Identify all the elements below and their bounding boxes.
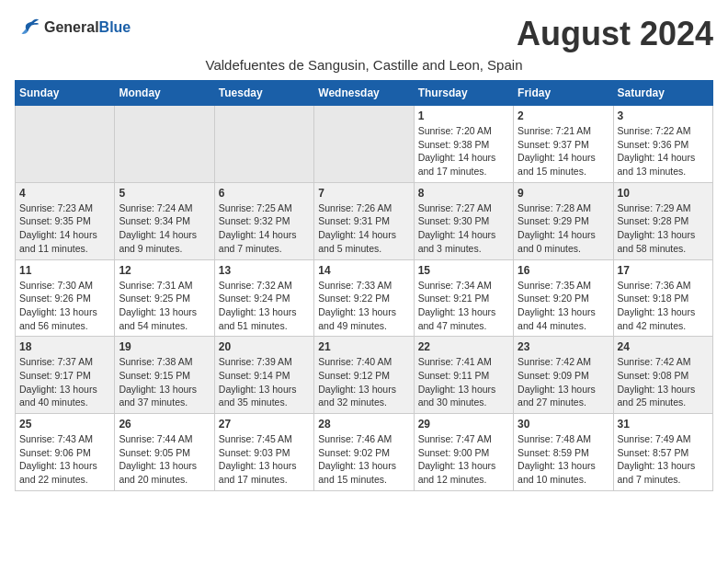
calendar-cell: 23Sunrise: 7:42 AMSunset: 9:09 PMDayligh… [514,337,613,414]
day-info: Sunrise: 7:22 AMSunset: 9:36 PMDaylight:… [618,124,709,178]
day-info: Sunrise: 7:42 AMSunset: 9:08 PMDaylight:… [618,355,709,409]
col-monday: Monday [115,81,214,106]
day-info: Sunrise: 7:21 AMSunset: 9:37 PMDaylight:… [518,124,609,178]
calendar-cell [214,106,313,183]
day-info: Sunrise: 7:37 AMSunset: 9:17 PMDaylight:… [19,355,110,409]
calendar-cell: 11Sunrise: 7:30 AMSunset: 9:26 PMDayligh… [16,259,115,337]
day-number: 19 [119,340,210,353]
calendar-cell: 29Sunrise: 7:47 AMSunset: 9:00 PMDayligh… [414,414,513,491]
day-info: Sunrise: 7:45 AMSunset: 9:03 PMDaylight:… [219,432,310,487]
day-number: 25 [19,418,110,431]
calendar-cell: 7Sunrise: 7:26 AMSunset: 9:31 PMDaylight… [314,182,414,259]
calendar-cell: 13Sunrise: 7:32 AMSunset: 9:24 PMDayligh… [214,259,313,337]
calendar-cell: 2Sunrise: 7:21 AMSunset: 9:37 PMDaylight… [514,106,613,183]
day-info: Sunrise: 7:23 AMSunset: 9:35 PMDaylight:… [19,201,110,256]
day-number: 11 [19,264,110,277]
col-wednesday: Wednesday [314,81,414,106]
calendar-cell: 16Sunrise: 7:35 AMSunset: 9:20 PMDayligh… [514,259,613,337]
day-number: 15 [418,264,509,277]
day-number: 6 [219,187,310,200]
page-container: GeneralBlue August 2024 Valdefuentes de … [15,15,713,491]
day-info: Sunrise: 7:42 AMSunset: 9:09 PMDaylight:… [518,355,609,409]
day-number: 24 [618,340,709,353]
calendar-cell: 10Sunrise: 7:29 AMSunset: 9:28 PMDayligh… [613,182,712,259]
calendar-cell: 3Sunrise: 7:22 AMSunset: 9:36 PMDaylight… [613,106,712,183]
day-number: 7 [318,187,409,200]
day-info: Sunrise: 7:29 AMSunset: 9:28 PMDaylight:… [618,201,709,256]
calendar-week-row: 4Sunrise: 7:23 AMSunset: 9:35 PMDaylight… [16,182,713,259]
day-number: 9 [518,187,609,200]
day-number: 17 [618,264,709,277]
day-number: 14 [318,264,409,277]
day-info: Sunrise: 7:46 AMSunset: 9:02 PMDaylight:… [318,432,409,487]
calendar-cell: 31Sunrise: 7:49 AMSunset: 8:57 PMDayligh… [613,414,712,491]
day-number: 29 [418,418,509,431]
calendar-cell: 26Sunrise: 7:44 AMSunset: 9:05 PMDayligh… [115,414,214,491]
day-info: Sunrise: 7:36 AMSunset: 9:18 PMDaylight:… [618,279,709,333]
day-number: 23 [518,340,609,353]
day-info: Sunrise: 7:40 AMSunset: 9:12 PMDaylight:… [318,355,409,409]
day-number: 30 [518,418,609,431]
logo-text: GeneralBlue [44,19,131,36]
day-number: 28 [318,418,409,431]
col-tuesday: Tuesday [214,81,313,106]
calendar-cell: 24Sunrise: 7:42 AMSunset: 9:08 PMDayligh… [613,337,712,414]
col-sunday: Sunday [16,81,115,106]
day-info: Sunrise: 7:49 AMSunset: 8:57 PMDaylight:… [618,432,709,487]
calendar-cell [16,106,115,183]
calendar-week-row: 25Sunrise: 7:43 AMSunset: 9:06 PMDayligh… [16,414,713,491]
day-info: Sunrise: 7:26 AMSunset: 9:31 PMDaylight:… [318,201,409,256]
day-number: 13 [219,264,310,277]
day-info: Sunrise: 7:48 AMSunset: 8:59 PMDaylight:… [518,432,609,487]
day-number: 12 [119,264,210,277]
calendar-cell: 18Sunrise: 7:37 AMSunset: 9:17 PMDayligh… [16,337,115,414]
day-number: 20 [219,340,310,353]
col-thursday: Thursday [414,81,513,106]
logo: GeneralBlue [15,15,131,40]
day-number: 8 [418,187,509,200]
calendar-cell: 8Sunrise: 7:27 AMSunset: 9:30 PMDaylight… [414,182,513,259]
page-title: August 2024 [517,15,713,53]
calendar: Sunday Monday Tuesday Wednesday Thursday… [15,80,713,491]
day-info: Sunrise: 7:39 AMSunset: 9:14 PMDaylight:… [219,355,310,409]
calendar-cell: 4Sunrise: 7:23 AMSunset: 9:35 PMDaylight… [16,182,115,259]
day-info: Sunrise: 7:32 AMSunset: 9:24 PMDaylight:… [219,279,310,333]
day-info: Sunrise: 7:25 AMSunset: 9:32 PMDaylight:… [219,201,310,256]
calendar-week-row: 11Sunrise: 7:30 AMSunset: 9:26 PMDayligh… [16,259,713,337]
calendar-cell [115,106,214,183]
day-info: Sunrise: 7:34 AMSunset: 9:21 PMDaylight:… [418,279,509,333]
calendar-cell: 15Sunrise: 7:34 AMSunset: 9:21 PMDayligh… [414,259,513,337]
subtitle: Valdefuentes de Sangusin, Castille and L… [15,57,713,73]
day-number: 31 [618,418,709,431]
day-number: 10 [618,187,709,200]
calendar-cell: 30Sunrise: 7:48 AMSunset: 8:59 PMDayligh… [514,414,613,491]
day-info: Sunrise: 7:41 AMSunset: 9:11 PMDaylight:… [418,355,509,409]
calendar-cell: 1Sunrise: 7:20 AMSunset: 9:38 PMDaylight… [414,106,513,183]
day-info: Sunrise: 7:30 AMSunset: 9:26 PMDaylight:… [19,279,110,333]
col-friday: Friday [514,81,613,106]
logo-bird-icon [15,15,40,40]
calendar-header-row: Sunday Monday Tuesday Wednesday Thursday… [16,81,713,106]
calendar-cell: 20Sunrise: 7:39 AMSunset: 9:14 PMDayligh… [214,337,313,414]
calendar-cell: 22Sunrise: 7:41 AMSunset: 9:11 PMDayligh… [414,337,513,414]
day-number: 22 [418,340,509,353]
day-number: 27 [219,418,310,431]
day-number: 26 [119,418,210,431]
day-info: Sunrise: 7:28 AMSunset: 9:29 PMDaylight:… [518,201,609,256]
calendar-week-row: 18Sunrise: 7:37 AMSunset: 9:17 PMDayligh… [16,337,713,414]
calendar-cell: 25Sunrise: 7:43 AMSunset: 9:06 PMDayligh… [16,414,115,491]
calendar-cell: 19Sunrise: 7:38 AMSunset: 9:15 PMDayligh… [115,337,214,414]
header-top: GeneralBlue August 2024 [15,15,713,53]
calendar-cell: 12Sunrise: 7:31 AMSunset: 9:25 PMDayligh… [115,259,214,337]
col-saturday: Saturday [613,81,712,106]
day-info: Sunrise: 7:31 AMSunset: 9:25 PMDaylight:… [119,279,210,333]
day-number: 21 [318,340,409,353]
day-number: 4 [19,187,110,200]
calendar-cell: 9Sunrise: 7:28 AMSunset: 9:29 PMDaylight… [514,182,613,259]
day-number: 2 [518,109,609,122]
calendar-cell: 6Sunrise: 7:25 AMSunset: 9:32 PMDaylight… [214,182,313,259]
calendar-cell: 14Sunrise: 7:33 AMSunset: 9:22 PMDayligh… [314,259,414,337]
calendar-cell: 27Sunrise: 7:45 AMSunset: 9:03 PMDayligh… [214,414,313,491]
day-number: 1 [418,109,509,122]
day-info: Sunrise: 7:27 AMSunset: 9:30 PMDaylight:… [418,201,509,256]
